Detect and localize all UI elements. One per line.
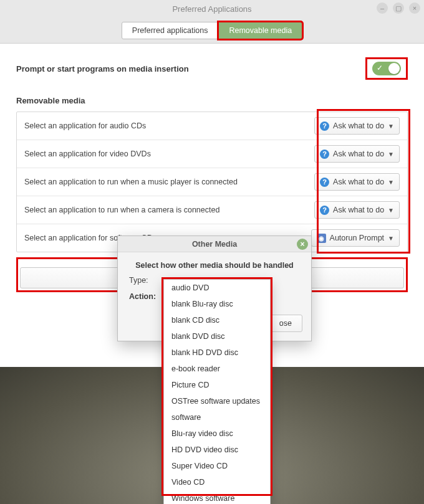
row-video-dvd: Select an application for video DVDs ? A…	[17, 140, 407, 168]
select-video-dvd[interactable]: ? Ask what to do ▼	[314, 145, 400, 163]
select-camera[interactable]: ? Ask what to do ▼	[314, 201, 400, 219]
select-music-player[interactable]: ? Ask what to do ▼	[314, 173, 400, 191]
dialog-subtitle: Select how other media should be handled	[118, 252, 311, 276]
tab-removable-media[interactable]: Removable media	[218, 22, 302, 39]
question-icon: ?	[320, 206, 329, 215]
media-table: Select an application for audio CDs ? As…	[16, 112, 408, 252]
row-music-player: Select an application to run when a musi…	[17, 168, 407, 196]
chevron-down-icon: ▼	[388, 151, 394, 158]
menu-item[interactable]: Windows software	[164, 490, 270, 504]
row-camera: Select an application to run when a came…	[17, 196, 407, 224]
menu-item[interactable]: Blu-ray video disc	[164, 426, 270, 442]
dialog-titlebar: Other Media ×	[118, 236, 311, 252]
minimize-button[interactable]: –	[377, 2, 388, 14]
tab-bar: Preferred applications Removable media	[0, 17, 424, 44]
section-title: Removable media	[16, 96, 408, 105]
chevron-down-icon: ▼	[388, 235, 394, 242]
row-label: Select an application to run when a musi…	[24, 178, 238, 186]
menu-item[interactable]: blank DVD disc	[164, 328, 270, 345]
select-value: Ask what to do	[333, 178, 384, 186]
dialog-close-btn[interactable]: ose	[269, 315, 302, 332]
maximize-button[interactable]: ▢	[393, 2, 404, 14]
menu-item[interactable]: HD DVD video disc	[164, 442, 270, 458]
row-label: Select an application for audio CDs	[24, 121, 146, 130]
chevron-down-icon: ▼	[388, 123, 394, 130]
row-audio-cd: Select an application for audio CDs ? As…	[17, 112, 407, 140]
close-button[interactable]: ×	[409, 2, 420, 14]
tab-label: Removable media	[229, 26, 292, 35]
select-value: Ask what to do	[333, 150, 384, 158]
autorun-icon: ◉	[317, 234, 326, 243]
dialog-title: Other Media	[192, 240, 237, 249]
menu-item[interactable]: blank Blu-ray disc	[164, 296, 270, 312]
check-icon: ✓	[377, 64, 383, 72]
select-value: Ask what to do	[333, 206, 384, 214]
menu-item[interactable]: OSTree software updates	[164, 393, 270, 409]
type-dropdown-menu[interactable]: audio DVD blank Blu-ray disc blank CD di…	[163, 279, 271, 504]
dialog-close-button[interactable]: ×	[297, 239, 308, 250]
row-label: Select an application for video DVDs	[24, 150, 151, 158]
menu-item[interactable]: Super Video CD	[164, 458, 270, 474]
button-label: ose	[279, 319, 292, 328]
menu-item[interactable]: audio DVD	[164, 280, 270, 296]
prompt-toggle[interactable]: ✓	[372, 62, 401, 75]
menu-item[interactable]: e-book reader	[164, 361, 270, 377]
menu-item[interactable]: Picture CD	[164, 377, 270, 393]
prompt-label: Prompt or start programs on media insert…	[16, 64, 189, 74]
chevron-down-icon: ▼	[388, 207, 394, 214]
window-title: Preferred Applications	[172, 4, 251, 14]
menu-item[interactable]: blank HD DVD disc	[164, 345, 270, 361]
toggle-knob	[388, 63, 400, 74]
menu-item[interactable]: software	[164, 409, 270, 426]
tab-preferred-applications[interactable]: Preferred applications	[122, 22, 219, 39]
tab-label: Preferred applications	[132, 26, 208, 35]
question-icon: ?	[320, 150, 329, 159]
select-software-cd[interactable]: ◉ Autorun Prompt ▼	[311, 229, 400, 247]
close-icon: ×	[300, 240, 304, 249]
type-label: Type:	[129, 276, 165, 285]
chevron-down-icon: ▼	[388, 179, 394, 186]
menu-item[interactable]: Video CD	[164, 474, 270, 490]
titlebar: Preferred Applications – ▢ ×	[0, 0, 424, 17]
question-icon: ?	[320, 121, 329, 131]
select-audio-cd[interactable]: ? Ask what to do ▼	[314, 117, 400, 135]
select-value: Autorun Prompt	[330, 234, 385, 242]
select-value: Ask what to do	[333, 121, 384, 130]
row-label: Select an application to run when a came…	[24, 206, 219, 214]
action-label: Action:	[129, 292, 165, 301]
question-icon: ?	[320, 178, 329, 187]
menu-item[interactable]: blank CD disc	[164, 312, 270, 328]
